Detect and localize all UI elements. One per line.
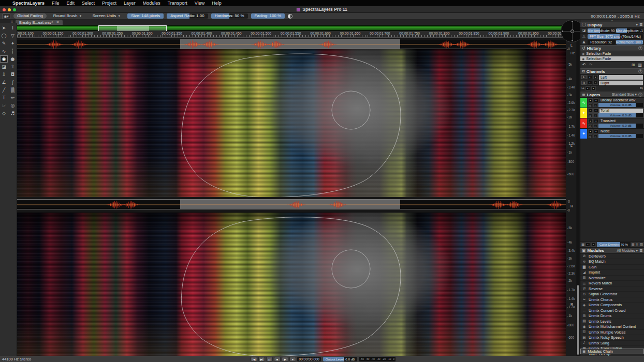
module-item-unmix-noisy-speech[interactable]: ☵Unmix Noisy Speech xyxy=(580,335,644,341)
area-selection-tool[interactable]: ◯ xyxy=(0,32,8,39)
hand-tool[interactable]: ☞ xyxy=(0,102,8,109)
layer-solo-button[interactable]: ▪ xyxy=(594,98,598,102)
brush-preview-dropdown[interactable]: ◉▾ xyxy=(2,13,10,19)
zoom-tool[interactable]: ◎ xyxy=(9,102,17,109)
layers-panel-header[interactable]: ≣ Layers Standard Size ▾ ? xyxy=(580,92,644,98)
aspect-ratio-slider[interactable]: Aspect Ratio: 1.00 xyxy=(167,13,208,19)
layer-size-dropdown[interactable]: Standard Size ▾ xyxy=(612,93,637,97)
layer-curve-icon[interactable]: ∩ xyxy=(593,114,597,117)
help-icon[interactable]: ? xyxy=(638,69,642,73)
layer-solo-button[interactable]: ▪ xyxy=(594,109,598,113)
document-tab[interactable]: Breaky B...eat.wav*✕ xyxy=(16,20,63,25)
panel-menu-icon[interactable]: ☰ xyxy=(639,249,642,253)
mute-all-button[interactable]: ▪ xyxy=(586,86,590,90)
module-item-unmix-song[interactable]: ♪Unmix Song xyxy=(580,341,644,346)
layer-curve-icon[interactable]: ∩ xyxy=(593,124,597,128)
history-panel-header[interactable]: ↺ History ? xyxy=(580,45,644,51)
layer-visibility-icon[interactable]: ⊘ xyxy=(588,114,592,117)
channel-name-field[interactable]: Right xyxy=(599,81,643,85)
layer-row-breaky-backbeat-wav[interactable]: ∿▪▪Breaky Backbeat.wav⊘∩Volume: 0.0 dB xyxy=(580,98,644,108)
refinement-slider[interactable]: Refinement: 100 % xyxy=(616,40,643,44)
layer-color-swatch[interactable]: ✦ xyxy=(580,108,587,118)
layer-row-tonal[interactable]: ✦▪▪Tonal⊘∩Volume: 0.0 dB xyxy=(580,108,644,118)
module-item-unmix-levels[interactable]: ▤Unmix Levels xyxy=(580,319,644,325)
module-item-reverb-match[interactable]: ☰Reverb Match xyxy=(580,281,644,286)
module-item-unmix-components[interactable]: ◈Unmix Components xyxy=(580,303,644,308)
trash-icon[interactable]: ▥ xyxy=(639,243,643,247)
module-item-normalize[interactable]: ⊟Normalize xyxy=(580,276,644,281)
undo-icon[interactable]: ↶ xyxy=(582,63,586,67)
extract-up-tool[interactable]: ⇧ xyxy=(9,63,17,70)
magic-wand-tool[interactable]: ✦ xyxy=(9,40,17,47)
menu-item-select[interactable]: Select xyxy=(82,1,95,6)
merge-channels-icon[interactable]: ↣ xyxy=(581,86,584,90)
brush-selection-tool[interactable]: ✎ xyxy=(0,40,8,47)
channel-solo-button[interactable]: ▪ xyxy=(593,81,598,85)
module-item-gain[interactable]: ▆Gain xyxy=(580,265,644,270)
curve-tool[interactable]: ∫ xyxy=(9,79,17,86)
scrollbar-thumb[interactable] xyxy=(577,285,579,355)
vertical-scrollbar[interactable] xyxy=(577,38,579,356)
timeline-overview[interactable] xyxy=(17,25,566,31)
mute-layers-button[interactable]: ▪ xyxy=(586,243,590,247)
layer-row-noise[interactable]: ✦▪▪Noise⊘∩Volume: 0.0 dB xyxy=(580,129,644,139)
stop-button[interactable]: ■ xyxy=(274,357,281,361)
history-item[interactable]: ◉Selection Fade xyxy=(580,56,644,62)
hardness-slider[interactable]: Hardness: 50 % xyxy=(211,13,248,19)
brush-type-dropdown[interactable]: Round Brush▼ xyxy=(50,13,86,19)
tab-close-icon[interactable]: ✕ xyxy=(56,20,59,24)
loop-button[interactable]: ⇄ xyxy=(266,357,273,361)
modules-panel-header[interactable]: ▣ Modules All Modules ▾ ☰ xyxy=(580,248,644,254)
layer-visibility-icon[interactable]: ⊘ xyxy=(588,124,592,128)
channel-key-button[interactable]: R xyxy=(581,81,587,85)
pencil-tool[interactable]: ✏ xyxy=(9,94,17,101)
layer-mute-button[interactable]: ▪ xyxy=(588,109,593,113)
play-button[interactable]: ▶ xyxy=(282,357,288,361)
chevron-down-icon[interactable]: ▾ xyxy=(636,23,637,27)
module-item-modules-chain[interactable]: ≣ Modules Chain xyxy=(580,349,644,354)
resolution-control[interactable]: Resolution: x2 xyxy=(588,40,615,44)
display-panel-header[interactable]: 🖵 Display ▾ ☰ xyxy=(580,22,644,28)
layer-curve-icon[interactable]: ∩ xyxy=(593,134,597,138)
menu-item-modules[interactable]: Modules xyxy=(143,1,160,6)
channels-panel-header[interactable]: ⧉ Channels ? xyxy=(580,68,644,74)
fft-size-slider[interactable]: FFT Size: 3072 smp (70ms/14Hz) xyxy=(588,34,643,39)
color-density-slider[interactable]: Color Density: 70 % xyxy=(597,242,630,247)
module-item-reverse[interactable]: ⇄Reverse xyxy=(580,286,644,292)
3d-display-tool[interactable]: ◇ xyxy=(0,110,8,117)
record-button[interactable]: ● xyxy=(289,357,296,361)
module-item-unmix-multiple-voices[interactable]: ☲Unmix Multiple Voices xyxy=(580,330,644,336)
brush-size-slider[interactable]: Size: 148 pixels xyxy=(127,13,164,19)
layer-color-swatch[interactable]: ✦ xyxy=(580,129,587,139)
layer-solo-button[interactable]: ▪ xyxy=(594,129,598,133)
layer-solo-button[interactable]: ▪ xyxy=(594,119,598,123)
module-item-unmix-chorus[interactable]: ≈Unmix Chorus xyxy=(580,297,644,303)
menu-item-project[interactable]: Project xyxy=(102,1,116,6)
module-item-unmix-concert-crowd[interactable]: ☷Unmix Concert Crowd xyxy=(580,308,644,314)
frequency-selection-tool[interactable]: ∿ xyxy=(0,48,8,55)
output-level-slider[interactable]: Output Level: 0.0 dB xyxy=(323,357,357,361)
waveform-strip-left[interactable] xyxy=(17,39,566,49)
modules-filter-dropdown[interactable]: All Modules ▾ xyxy=(617,249,637,253)
waveform-strip-right[interactable] xyxy=(17,199,566,209)
layer-color-swatch[interactable]: ∿ xyxy=(580,118,587,128)
lasso-selection-tool[interactable]: ▽ xyxy=(9,32,17,39)
text-tool[interactable]: Ŧ xyxy=(0,94,8,101)
spectrogram-right[interactable] xyxy=(17,213,566,356)
skip-start-button[interactable]: |◀ xyxy=(251,357,257,361)
eraser-tool[interactable]: ◪ xyxy=(0,63,8,70)
pan-navigator[interactable] xyxy=(561,20,580,42)
channel-key-button[interactable]: L xyxy=(581,75,587,79)
layer-visibility-icon[interactable]: ⊘ xyxy=(588,103,592,107)
menu-item-transport[interactable]: Transport xyxy=(168,1,187,6)
module-item-unmix-multichannel-content[interactable]: ◉Unmix Multichannel Content xyxy=(580,324,644,330)
channel-mute-button[interactable]: ▪ xyxy=(588,75,592,79)
module-item-dereverb[interactable]: ⊘DeReverb xyxy=(580,254,644,260)
menu-item-file[interactable]: File xyxy=(52,1,60,6)
menu-item-layer[interactable]: Layer xyxy=(124,1,136,6)
line-tool[interactable]: ╱ xyxy=(0,86,8,94)
layer-row-transient[interactable]: ∿▪▪Transient⊘∩Volume: 0.0 dB xyxy=(580,118,644,129)
layer-volume-slider[interactable]: Volume: 0.0 dB xyxy=(598,124,643,128)
layer-volume-slider[interactable]: Volume: 0.0 dB xyxy=(598,103,643,107)
min-amplitude-slider[interactable]: Min Amplitude: 90 dB xyxy=(588,28,615,33)
